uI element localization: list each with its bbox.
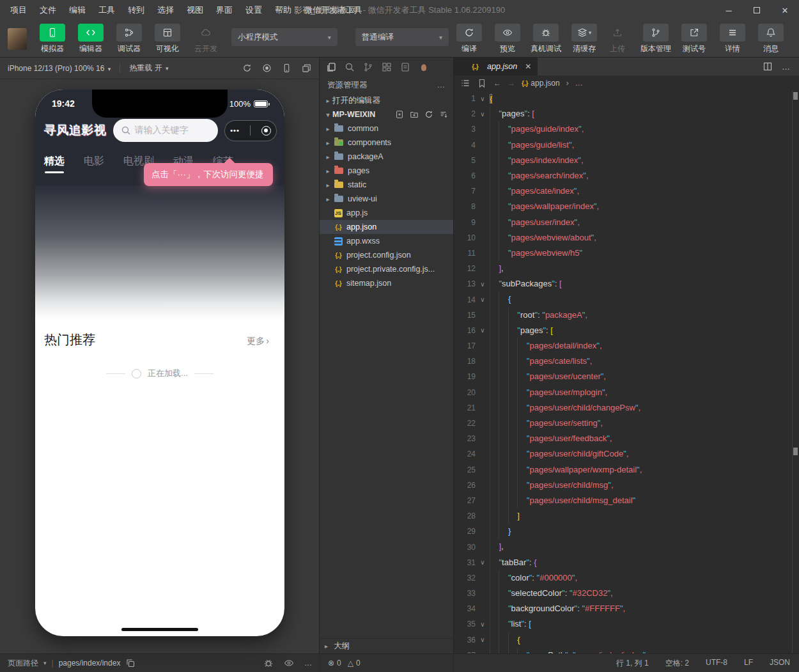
code-line-21[interactable]: 21"pages/user/child/changePsw", <box>454 400 799 416</box>
hot-reload-toggle[interactable]: 热重载 开 ▾ <box>129 63 168 74</box>
code-line-18[interactable]: 18"pages/cate/lists", <box>454 354 799 369</box>
code-line-17[interactable]: 17"pages/detail/index", <box>454 338 799 354</box>
code-line-34[interactable]: 34"backgroundColor": "#FFFFFF", <box>454 601 799 616</box>
outline-section[interactable]: ▸ 大纲 <box>320 638 453 653</box>
code-line-3[interactable]: 3"pages/guide/index", <box>454 121 799 137</box>
minimize-button[interactable]: ─ <box>715 0 743 20</box>
menu-帮助[interactable]: 帮助 <box>268 0 298 20</box>
code-line-25[interactable]: 25"pages/wallpaper/wxmp-detail", <box>454 462 799 478</box>
code-line-29[interactable]: 29} <box>454 524 799 539</box>
tree-item-components[interactable]: ▸components <box>320 136 453 150</box>
debug-status-icon[interactable] <box>263 658 274 668</box>
code-line-10[interactable]: 10"pages/webview/about", <box>454 230 799 246</box>
eol[interactable]: LF <box>744 658 753 669</box>
split-editor-icon[interactable] <box>763 61 773 72</box>
collapse-icon[interactable] <box>439 110 448 119</box>
toolbar-button-cloud[interactable]: 云开发 <box>189 24 222 54</box>
toolbar-button-phone[interactable]: 模拟器 <box>36 24 69 54</box>
code-line-36[interactable]: 36∨{ <box>454 632 799 648</box>
activity-search-icon[interactable] <box>345 62 355 72</box>
tree-item-project.config.json[interactable]: {..}project.config.json <box>320 248 453 262</box>
code-line-15[interactable]: 15"root": "packageA", <box>454 308 799 323</box>
tree-item-app.json[interactable]: {..}app.json <box>320 220 453 234</box>
tree-item-static[interactable]: ▸static <box>320 178 453 192</box>
code-line-12[interactable]: 12], <box>454 261 799 276</box>
code-line-19[interactable]: 19"pages/user/ucenter", <box>454 369 799 384</box>
code-line-11[interactable]: 11"pages/webview/h5" <box>454 246 799 261</box>
code-line-33[interactable]: 33"selectedColor": "#32CD32", <box>454 586 799 601</box>
code-line-26[interactable]: 26"pages/user/child/msg", <box>454 478 799 493</box>
refresh-icon[interactable] <box>424 110 433 119</box>
project-root[interactable]: ▾MP-WEIXIN <box>320 107 453 121</box>
code-area[interactable]: 1∨{2∨"pages": [3"pages/guide/index",4"pa… <box>454 91 799 653</box>
activity-blocks-icon[interactable] <box>382 62 392 72</box>
code-line-30[interactable]: 30], <box>454 539 799 554</box>
mode-select[interactable]: 小程序模式▾ <box>231 28 337 46</box>
encoding[interactable]: UTF-8 <box>706 658 727 669</box>
errors-count[interactable]: ⊗0 <box>328 659 341 668</box>
breadcrumb-file[interactable]: app.json <box>531 79 559 88</box>
category-tab-电影[interactable]: 电影 <box>84 155 104 175</box>
menu-界面[interactable]: 界面 <box>210 0 239 20</box>
warnings-count[interactable]: △0 <box>348 659 361 668</box>
category-tab-精选[interactable]: 精选 <box>44 155 65 175</box>
close-target-icon[interactable] <box>261 126 271 136</box>
toolbar-button-upload[interactable]: 上传 <box>601 24 634 54</box>
code-line-5[interactable]: 5"pages/index/index", <box>454 153 799 168</box>
code-line-32[interactable]: 32"color": "#000000", <box>454 570 799 586</box>
code-line-31[interactable]: 31∨"tabBar": { <box>454 555 799 570</box>
menu-微信开发者工具[interactable]: 微信开发者工具 <box>298 0 369 20</box>
code-line-20[interactable]: 20"pages/user/mplogin", <box>454 385 799 400</box>
sim-refresh-icon[interactable] <box>242 63 252 73</box>
indent-setting[interactable]: 空格: 2 <box>665 658 689 669</box>
open-editors-section[interactable]: ▸打开的编辑器 <box>320 93 453 107</box>
newfolder-icon[interactable] <box>410 110 419 119</box>
bookmark-icon[interactable] <box>477 78 487 88</box>
code-line-1[interactable]: 1∨{ <box>454 91 799 106</box>
user-avatar[interactable] <box>8 28 27 50</box>
sim-windows-icon[interactable] <box>302 63 311 73</box>
activity-branch-icon[interactable] <box>363 62 373 72</box>
menu-文件[interactable]: 文件 <box>33 0 63 20</box>
toolbar-button-layers[interactable]: ▾ 清缓存 <box>568 24 601 54</box>
tree-item-pages[interactable]: ▸pages <box>320 164 453 178</box>
code-line-6[interactable]: 6"pages/search/index", <box>454 168 799 184</box>
toolbar-button-external[interactable]: 测试号 <box>678 24 711 54</box>
toolbar-button-bell[interactable]: 消息 <box>754 24 787 54</box>
code-line-9[interactable]: 9"pages/user/index", <box>454 215 799 230</box>
newfile-icon[interactable] <box>395 110 404 119</box>
maximize-button[interactable] <box>743 0 771 20</box>
compile-mode-select[interactable]: 普通编译▾ <box>355 28 449 46</box>
status-more-icon[interactable]: … <box>304 659 312 668</box>
menu-视图[interactable]: 视图 <box>180 0 210 20</box>
menu-选择[interactable]: 选择 <box>151 0 180 20</box>
tree-item-common[interactable]: ▸common <box>320 121 453 136</box>
code-line-4[interactable]: 4"pages/guide/list", <box>454 137 799 153</box>
code-line-37[interactable]: 37"pagePath": "pages/index/index", <box>454 648 799 653</box>
code-line-23[interactable]: 23"pages/user/feedback", <box>454 431 799 446</box>
tree-item-project.private.config.js...[interactable]: {..}project.private.config.js... <box>320 262 453 276</box>
code-line-22[interactable]: 22"pages/user/setting", <box>454 416 799 431</box>
code-line-27[interactable]: 27"pages/user/child/msg_detail" <box>454 493 799 508</box>
page-path-label[interactable]: 页面路径 <box>8 658 38 669</box>
code-line-8[interactable]: 8"pages/wallpaper/index", <box>454 199 799 214</box>
toolbar-button-debug[interactable]: 调试器 <box>112 24 146 54</box>
menu-编辑[interactable]: 编辑 <box>63 0 92 20</box>
code-line-13[interactable]: 13∨"subPackages": [ <box>454 276 799 292</box>
toolbar-button-bug[interactable]: 真机调试 <box>529 24 562 54</box>
miniprogram-capsule[interactable]: ••• <box>224 120 277 141</box>
toolbar-button-code[interactable]: 编辑器 <box>74 24 107 54</box>
language-mode[interactable]: JSON <box>770 658 790 669</box>
code-line-35[interactable]: 35∨"list": [ <box>454 616 799 632</box>
outline-list-icon[interactable] <box>460 78 470 88</box>
copy-path-icon[interactable] <box>125 658 136 668</box>
code-line-2[interactable]: 2∨"pages": [ <box>454 106 799 121</box>
editor-more-icon[interactable]: … <box>782 62 790 72</box>
toolbar-button-refresh[interactable]: 编译 <box>453 24 486 54</box>
tree-item-app.wxss[interactable]: app.wxss <box>320 234 453 248</box>
device-select[interactable]: iPhone 12/13 (Pro) 100% 16 ▾ <box>8 64 111 73</box>
preview-status-icon[interactable] <box>284 658 294 668</box>
tree-item-packageA[interactable]: ▸packageA <box>320 150 453 164</box>
toolbar-button-detail[interactable]: 详情 <box>716 24 749 54</box>
menu-设置[interactable]: 设置 <box>239 0 268 20</box>
